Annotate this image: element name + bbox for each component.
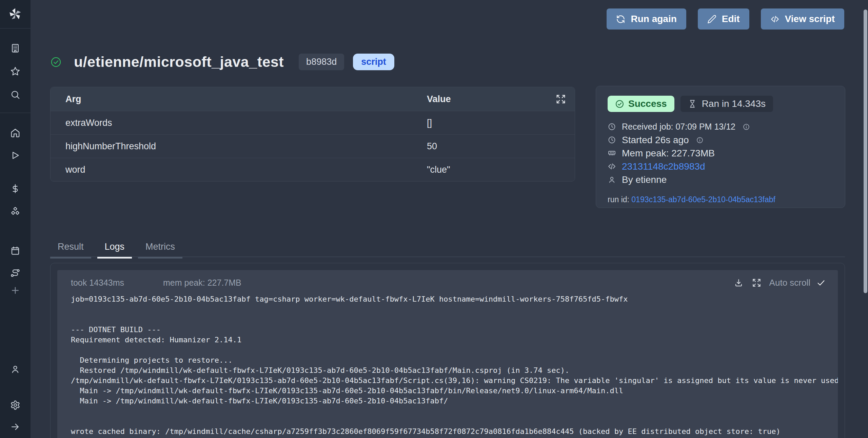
info-icon[interactable]	[696, 136, 704, 144]
log-mem-peak-label: mem peak: 227.7MB	[163, 278, 241, 288]
arg-name: word	[51, 165, 85, 175]
tab-result[interactable]: Result	[50, 242, 91, 259]
tab-logs[interactable]: Logs	[97, 242, 132, 259]
play-icon	[10, 150, 20, 160]
mem-peak-row: Mem peak: 227.73MB	[608, 147, 833, 160]
sidebar-item-workspace[interactable]	[7, 40, 23, 56]
table-row: highNumberThreshold 50	[51, 134, 575, 158]
arg-value: []	[427, 118, 432, 128]
table-row: word "clue"	[51, 158, 575, 181]
args-header-value: Value	[427, 94, 451, 104]
started-row: Started 26s ago	[608, 133, 833, 147]
view-script-button[interactable]: View script	[761, 8, 844, 30]
clock-icon	[608, 122, 616, 131]
refresh-icon	[616, 15, 625, 24]
user-icon	[10, 364, 20, 374]
run-again-button[interactable]: Run again	[607, 8, 686, 30]
sidebar-item-variables[interactable]	[7, 180, 23, 197]
tab-metrics[interactable]: Metrics	[138, 242, 182, 259]
script-hash-row: 23131148c2b8983d	[608, 160, 833, 173]
log-container: took 14343ms mem peak: 227.7MB Auto scro…	[50, 263, 845, 438]
run-id-row: run id: 0193c135-ab7d-60e5-2b10-04b5ac13…	[608, 195, 833, 204]
by-user-row: By etienne	[608, 173, 833, 186]
home-icon	[10, 128, 20, 138]
windmill-logo-button[interactable]	[0, 0, 31, 28]
page-title: u/etienne/microsoft_java_test	[74, 54, 284, 70]
run-id-label: run id:	[608, 195, 631, 204]
download-icon[interactable]	[734, 278, 743, 287]
duration-chip: Ran in 14.343s	[680, 96, 773, 112]
run-again-label: Run again	[631, 14, 676, 24]
dollar-icon	[10, 184, 20, 194]
title-row: u/etienne/microsoft_java_test b8983d scr…	[50, 54, 394, 70]
hash-badge: b8983d	[299, 54, 344, 70]
received-label: Received job: 07:09 PM 13/12	[622, 122, 735, 132]
page-scrollbar[interactable]	[864, 9, 867, 293]
edit-button[interactable]: Edit	[698, 8, 749, 30]
sidebar-item-favorites[interactable]	[7, 63, 23, 79]
arg-value: "clue"	[427, 165, 450, 175]
arg-name: highNumberThreshold	[51, 141, 156, 152]
log-took-label: took 14343ms	[71, 278, 124, 288]
code-icon	[770, 15, 780, 24]
auto-scroll-check-icon[interactable]	[816, 278, 826, 287]
by-user-label: By etienne	[622, 174, 667, 185]
pencil-icon	[707, 15, 716, 24]
table-row: extraWords []	[51, 111, 575, 134]
sidebar-item-schedules[interactable]	[7, 243, 23, 259]
sidebar-item-settings[interactable]	[7, 397, 23, 413]
script-hash-link[interactable]: 23131148c2b8983d	[622, 161, 705, 172]
route-icon	[10, 268, 20, 278]
kind-badge: script	[353, 54, 394, 70]
arrow-right-icon	[10, 422, 20, 432]
args-table: Arg Value extraWords [] highNumberThresh…	[50, 87, 575, 182]
sidebar-item-runs[interactable]	[7, 147, 23, 164]
edit-label: Edit	[722, 14, 740, 24]
search-icon	[10, 90, 20, 100]
sidebar-item-resources[interactable]	[7, 204, 23, 220]
run-id-link[interactable]: 0193c135-ab7d-60e5-2b10-04b5ac13fabf	[631, 195, 775, 204]
info-icon[interactable]	[743, 123, 750, 131]
sidebar-item-search[interactable]	[7, 87, 23, 103]
arg-name: extraWords	[51, 118, 112, 128]
received-row: Received job: 07:09 PM 13/12	[608, 120, 833, 133]
star-icon	[10, 66, 20, 76]
clock-icon	[608, 136, 616, 144]
memory-icon	[608, 149, 616, 157]
status-label: Success	[628, 98, 667, 109]
tabs: Result Logs Metrics	[50, 242, 189, 259]
log-header: took 14343ms mem peak: 227.7MB Auto scro…	[57, 270, 838, 288]
log-content[interactable]: job=0193c135-ab7d-60e5-2b10-04b5ac13fabf…	[57, 294, 838, 437]
plus-icon	[10, 285, 20, 296]
duration-label: Ran in 14.343s	[702, 98, 766, 109]
code-icon	[608, 162, 616, 171]
sidebar	[0, 0, 31, 438]
arg-value: 50	[427, 141, 437, 152]
sidebar-item-account[interactable]	[7, 361, 23, 377]
args-expand-icon[interactable]	[556, 94, 566, 104]
view-script-label: View script	[785, 14, 835, 24]
building-icon	[10, 43, 20, 53]
log-panel: took 14343ms mem peak: 227.7MB Auto scro…	[57, 270, 838, 438]
expand-icon[interactable]	[752, 278, 761, 287]
boxes-icon	[10, 207, 20, 217]
job-info-card: Success Ran in 14.343s Received job: 07:…	[596, 86, 845, 208]
sidebar-item-home[interactable]	[7, 125, 23, 141]
mem-peak-label: Mem peak: 227.73MB	[622, 148, 715, 159]
started-label: Started 26s ago	[622, 135, 689, 146]
args-table-header: Arg Value	[51, 87, 575, 111]
sidebar-item-flows[interactable]	[7, 265, 23, 281]
sidebar-item-collapse[interactable]	[7, 419, 23, 435]
status-badge: Success	[608, 96, 674, 112]
job-details: Received job: 07:09 PM 13/12 Started 26s…	[608, 120, 833, 186]
circle-check-icon	[615, 99, 624, 109]
status-row: Success Ran in 14.343s	[608, 96, 833, 112]
success-circle-check-icon	[50, 56, 62, 68]
sidebar-item-add[interactable]	[7, 282, 23, 299]
auto-scroll-label: Auto scroll	[769, 278, 810, 288]
sidebar-divider	[0, 113, 31, 113]
hourglass-icon	[688, 99, 697, 108]
args-header-arg: Arg	[51, 94, 81, 104]
gear-icon	[10, 400, 20, 410]
user-icon	[608, 175, 616, 184]
